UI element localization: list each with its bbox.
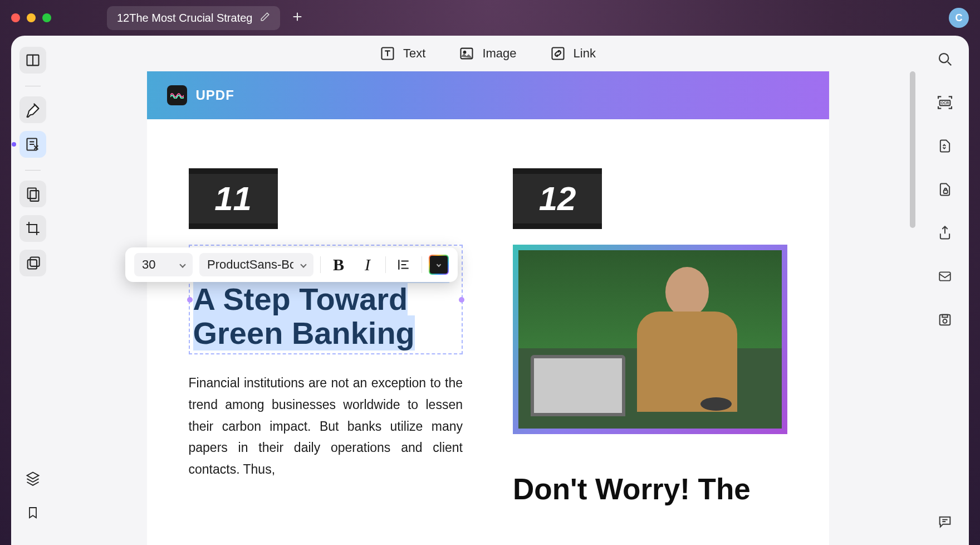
italic-button[interactable]: I bbox=[356, 254, 379, 276]
reader-tool[interactable] bbox=[19, 47, 46, 74]
resize-handle-right[interactable] bbox=[459, 297, 464, 303]
align-button[interactable] bbox=[393, 254, 415, 276]
text-color-picker[interactable] bbox=[429, 255, 449, 275]
updf-brand-text: UPDF bbox=[196, 87, 234, 103]
column-right: 12 Don't Worry! The bbox=[513, 168, 787, 505]
updf-logo-icon bbox=[167, 85, 187, 105]
section-number-block: 11 bbox=[189, 168, 278, 229]
dropdown-icon bbox=[437, 262, 441, 267]
minimize-button[interactable] bbox=[27, 13, 36, 22]
share-button[interactable] bbox=[934, 222, 956, 244]
separator bbox=[422, 256, 422, 273]
document-body: 11 Going Paperless: A Step Toward Green … bbox=[147, 119, 829, 528]
svg-rect-3 bbox=[30, 191, 38, 201]
close-button[interactable] bbox=[11, 13, 20, 22]
tab-title: 12The Most Crucial Strateg bbox=[117, 12, 252, 25]
edit-toolbar: Text Image Link bbox=[55, 36, 921, 71]
document-page: UPDF 11 Going Paperless: bbox=[147, 71, 829, 545]
link-tool-label: Link bbox=[574, 46, 596, 61]
stamp-tool[interactable] bbox=[19, 250, 46, 276]
separator bbox=[25, 170, 41, 171]
font-size-select[interactable]: 30 bbox=[134, 253, 193, 276]
font-family-select[interactable]: ProductSans-Bo bbox=[199, 253, 313, 276]
section-number: 12 bbox=[513, 174, 602, 223]
crop-tool[interactable] bbox=[19, 215, 46, 242]
separator bbox=[385, 256, 386, 273]
window-controls bbox=[11, 13, 51, 22]
svg-rect-17 bbox=[942, 315, 947, 318]
ocr-button[interactable]: OCR bbox=[934, 91, 956, 114]
search-button[interactable] bbox=[934, 48, 956, 70]
document-tab[interactable]: 12The Most Crucial Strateg bbox=[107, 6, 280, 30]
titlebar: 12The Most Crucial Strateg C bbox=[0, 0, 980, 36]
article-image bbox=[513, 245, 787, 434]
user-avatar[interactable]: C bbox=[949, 8, 969, 28]
font-size-value: 30 bbox=[142, 257, 155, 272]
main-area: Text Image Link UPDF bbox=[55, 36, 921, 545]
maximize-button[interactable] bbox=[42, 13, 51, 22]
heading-text: Don't Worry! The bbox=[513, 473, 787, 505]
document-viewport[interactable]: UPDF 11 Going Paperless: bbox=[55, 71, 921, 545]
text-tool-label: Text bbox=[403, 46, 425, 61]
link-tool-button[interactable]: Link bbox=[550, 46, 596, 61]
email-button[interactable] bbox=[934, 265, 956, 288]
highlighter-tool[interactable] bbox=[19, 96, 46, 123]
body-paragraph: Financial institutions are not an except… bbox=[189, 372, 463, 480]
new-tab-button[interactable] bbox=[291, 9, 303, 27]
comment-button[interactable] bbox=[934, 510, 956, 533]
edit-text-tool[interactable] bbox=[19, 131, 46, 158]
svg-rect-2 bbox=[28, 188, 36, 199]
text-format-popup: 30 ProductSans-Bo B I bbox=[125, 247, 458, 282]
protect-button[interactable] bbox=[934, 178, 956, 201]
app-window: Text Image Link UPDF bbox=[11, 36, 969, 545]
convert-button[interactable] bbox=[934, 135, 956, 157]
left-sidebar bbox=[11, 36, 55, 545]
separator bbox=[320, 256, 321, 273]
separator bbox=[25, 86, 41, 86]
font-family-value: ProductSans-Bo bbox=[207, 257, 293, 272]
svg-rect-5 bbox=[30, 257, 39, 266]
svg-rect-9 bbox=[552, 48, 564, 60]
svg-rect-13 bbox=[944, 190, 948, 193]
right-sidebar: OCR bbox=[921, 36, 969, 545]
layers-tool[interactable] bbox=[19, 465, 46, 492]
page-tool[interactable] bbox=[19, 181, 46, 207]
resize-handle-left[interactable] bbox=[187, 297, 193, 303]
svg-point-8 bbox=[464, 51, 466, 53]
dropdown-icon bbox=[179, 261, 185, 267]
svg-point-10 bbox=[939, 53, 948, 62]
save-button[interactable] bbox=[934, 309, 956, 331]
document-header: UPDF bbox=[147, 71, 829, 119]
svg-rect-14 bbox=[939, 272, 950, 280]
dropdown-icon bbox=[300, 261, 306, 267]
image-tool-button[interactable]: Image bbox=[459, 46, 516, 61]
section-number: 11 bbox=[189, 174, 278, 223]
scroll-thumb[interactable] bbox=[910, 71, 915, 228]
text-tool-button[interactable]: Text bbox=[380, 46, 425, 61]
active-indicator bbox=[12, 142, 16, 147]
bold-button[interactable]: B bbox=[327, 254, 350, 276]
section-number-block: 12 bbox=[513, 168, 602, 229]
image-tool-label: Image bbox=[482, 46, 516, 61]
bookmark-tool[interactable] bbox=[19, 499, 46, 526]
svg-point-16 bbox=[943, 319, 947, 323]
column-left: 11 Going Paperless: A Step Toward Green … bbox=[189, 168, 463, 505]
svg-rect-4 bbox=[28, 260, 37, 269]
svg-text:OCR: OCR bbox=[941, 101, 949, 105]
edit-icon bbox=[260, 12, 270, 24]
scrollbar[interactable] bbox=[910, 71, 915, 356]
